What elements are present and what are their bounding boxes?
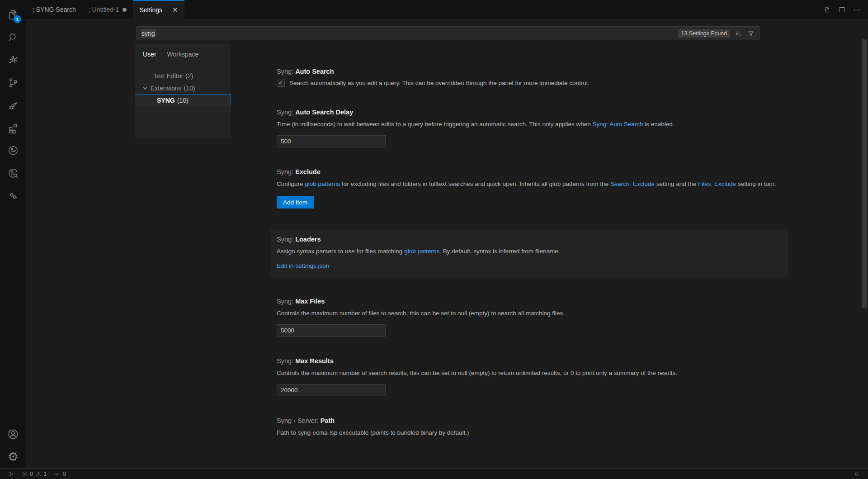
scope-tab-user[interactable]: User — [143, 44, 156, 64]
setting-name: Max Files — [295, 298, 325, 305]
clear-filters-icon[interactable] — [734, 29, 743, 38]
ports-indicator[interactable]: 0 — [50, 469, 69, 479]
setting-loaders: Syng: Loaders Assign syntax parsers to u… — [270, 229, 788, 277]
explorer-icon[interactable]: 1 — [2, 4, 24, 26]
results-count-badge: 13 Settings Found — [678, 29, 730, 38]
scope-tabs: User Workspace — [135, 44, 231, 64]
toc-item-syng[interactable]: SYNG (10) — [135, 94, 231, 106]
search-icon[interactable] — [2, 26, 24, 49]
setting-name: Path — [321, 417, 335, 424]
max-results-input[interactable] — [277, 384, 386, 396]
description-text: Time (in milliseconds) to wait between e… — [277, 121, 593, 128]
setting-max-files: Syng: Max Files Controls the maximum num… — [270, 298, 788, 337]
toc-item-extensions[interactable]: Extensions (10) — [135, 82, 231, 94]
setting-description: Controls the maximum number of files to … — [277, 308, 778, 318]
description-text: Assign syntax parsers to use for files m… — [277, 248, 404, 255]
auto-search-checkbox[interactable]: ✓ — [277, 79, 285, 87]
source-control-graph-icon[interactable] — [5, 469, 18, 479]
status-bar: 0 1 0 — [0, 468, 868, 479]
chevron-down-icon — [142, 85, 149, 92]
description-text: Controls the maximum number of files to … — [277, 310, 565, 317]
tab-label: ; Untitled-1 — [89, 6, 119, 13]
edit-in-settings-json-link[interactable]: Edit in settings.json — [277, 262, 329, 269]
setting-category: Syng: — [277, 68, 293, 75]
explorer-badge: 1 — [14, 15, 21, 23]
setting-category: Syng: — [277, 236, 293, 243]
setting-description: Controls the maximum number of search re… — [277, 368, 778, 378]
ports-count: 0 — [62, 470, 66, 477]
settings-link[interactable]: Syng: Auto Search — [593, 121, 643, 128]
settings-search-input[interactable]: syng 13 Settings Found — [137, 26, 760, 40]
source-control-icon[interactable] — [2, 71, 24, 94]
circle-branch-icon[interactable] — [2, 139, 24, 162]
setting-name: Loaders — [295, 236, 321, 243]
setting-name: Auto Search — [295, 68, 334, 75]
tab-untitled-1[interactable]: ; Untitled-1 — [82, 0, 133, 19]
tab-syng-search[interactable]: ; SYNG Search — [26, 0, 82, 19]
description-text: Controls the maximum number of search re… — [277, 370, 677, 376]
error-count: 0 — [30, 470, 33, 477]
tab-label: Settings — [139, 6, 162, 14]
description-text: for excluding files and folders in fullt… — [340, 180, 610, 187]
close-icon[interactable]: ✕ — [172, 6, 178, 14]
scope-tab-workspace[interactable]: Workspace — [167, 44, 199, 64]
setting-description: Time (in milliseconds) to wait between e… — [277, 119, 778, 129]
setting-auto-search-delay: Syng: Auto Search Delay Time (in millise… — [270, 109, 788, 147]
setting-category: Syng: — [277, 357, 293, 365]
split-editor-icon[interactable] — [835, 3, 848, 16]
setting-description: Configure glob patterns for excluding fi… — [277, 179, 778, 189]
circle-branch-search-icon[interactable] — [2, 162, 24, 185]
settings-link[interactable]: Search: Exclude — [610, 180, 655, 187]
open-settings-json-icon[interactable] — [820, 3, 833, 16]
run-debug-icon[interactable] — [2, 94, 24, 117]
checkbox-label: Search automatically as you edit a query… — [289, 79, 590, 88]
syng-spark-icon[interactable] — [2, 49, 24, 71]
settings-gear-icon[interactable]: ⚙ — [2, 446, 24, 468]
description-text: is enabled. — [643, 121, 674, 128]
setting-name: Exclude — [295, 168, 321, 175]
filter-icon[interactable] — [746, 29, 755, 38]
tab-settings[interactable]: Settings ✕ — [133, 0, 184, 19]
extensions-icon[interactable] — [2, 117, 24, 139]
warning-icon — [35, 471, 42, 477]
bell-icon[interactable] — [850, 469, 863, 479]
setting-category: Syng: — [277, 109, 293, 116]
tab-label: ; SYNG Search — [33, 6, 76, 13]
setting-auto-search: Syng: Auto Search ✓ Search automatically… — [270, 68, 788, 88]
settings-toc: User Workspace Text Editor (2) Extension… — [135, 44, 231, 138]
vscode-window: 1 ⚙ — [0, 0, 868, 479]
error-icon — [22, 471, 28, 477]
editor-actions: ⋯ — [820, 0, 868, 19]
max-files-input[interactable] — [277, 324, 386, 337]
description-text: Configure — [277, 180, 305, 187]
ports-icon — [54, 471, 60, 477]
activity-bar: 1 ⚙ — [0, 0, 26, 468]
setting-max-results: Syng: Max Results Controls the maximum n… — [270, 357, 788, 396]
search-query-text: syng — [141, 29, 156, 38]
setting-description: Path to syng-ecma-lsp executable (points… — [277, 428, 778, 437]
settings-link[interactable]: glob patterns — [404, 248, 439, 255]
add-item-button[interactable]: Add Item — [277, 196, 314, 209]
setting-category: Syng: — [277, 298, 293, 305]
modified-dot-icon — [123, 8, 127, 12]
toc-item-text-editor[interactable]: Text Editor (2) — [135, 70, 231, 82]
more-actions-icon[interactable]: ⋯ — [851, 3, 863, 16]
problems-indicator[interactable]: 0 1 — [18, 469, 50, 479]
description-text: Path to syng-ecma-lsp executable (points… — [277, 429, 469, 436]
vertical-scrollbar[interactable] — [862, 39, 867, 308]
accounts-icon[interactable] — [2, 423, 24, 446]
chain-links-icon[interactable] — [2, 185, 24, 207]
settings-search-row: syng 13 Settings Found — [137, 26, 760, 40]
tab-bar: ; SYNG Search ; Untitled-1 Settings ✕ ⋯ — [26, 0, 868, 19]
settings-editor: syng 13 Settings Found User Workspace — [26, 19, 868, 468]
setting-server-path: Syng › Server: Path Path to syng-ecma-ls… — [270, 417, 788, 437]
settings-link[interactable]: Files: Exclude — [698, 180, 736, 187]
setting-category: Syng: — [277, 168, 293, 175]
setting-category: Syng › Server: — [277, 417, 319, 424]
auto-search-delay-input[interactable] — [277, 135, 386, 147]
settings-list: Syng: Auto Search ✓ Search automatically… — [270, 68, 788, 468]
description-text: setting and the — [655, 180, 698, 187]
description-text: . By default, syntax is inferred from fi… — [439, 248, 560, 255]
setting-description: Assign syntax parsers to use for files m… — [277, 247, 778, 256]
settings-link[interactable]: glob patterns — [305, 180, 340, 187]
